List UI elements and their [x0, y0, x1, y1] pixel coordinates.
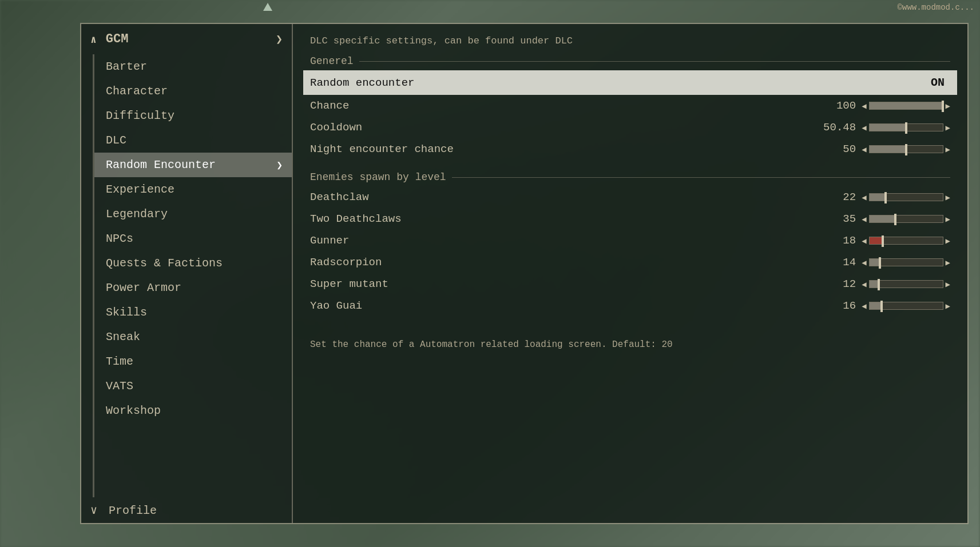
slider-container[interactable]: ◀▶	[862, 280, 950, 289]
setting-value: 14	[827, 256, 856, 269]
sidebar-item-npcs[interactable]: NPCs	[94, 226, 292, 251]
slider-container[interactable]: ◀▶	[862, 214, 950, 224]
sidebar-item-skills[interactable]: Skills	[94, 300, 292, 325]
sidebar-item-sneak[interactable]: Sneak	[94, 325, 292, 349]
slider-container[interactable]: ◀▶	[862, 123, 950, 133]
setting-row-two-deathclaws[interactable]: Two Deathclaws35◀▶	[310, 208, 950, 230]
sidebar-item-dlc[interactable]: DLC	[94, 128, 292, 153]
slider-thumb	[880, 301, 883, 312]
setting-label-text: Super mutant	[310, 278, 827, 290]
sidebar-item-label: Difficulty	[106, 109, 174, 122]
slider-container[interactable]: ◀▶	[862, 301, 950, 311]
slider-fill	[870, 124, 906, 131]
setting-row-gunner[interactable]: Gunner18◀▶	[310, 230, 950, 251]
slider-left-arrow-icon[interactable]: ◀	[862, 123, 866, 133]
slider-track[interactable]	[869, 102, 943, 110]
sidebar-item-label: Skills	[106, 306, 147, 319]
setting-label-text: Radscorpion	[310, 256, 827, 269]
sidebar-item-character[interactable]: Character	[94, 79, 292, 103]
slider-container[interactable]: ◀▶	[862, 193, 950, 202]
sidebar-item-label: Legendary	[106, 207, 168, 221]
setting-value: 16	[827, 300, 856, 312]
slider-thumb	[942, 101, 944, 112]
sidebar-item-vats[interactable]: VATS	[94, 374, 292, 398]
sidebar-item-power-armor[interactable]: Power Armor	[94, 276, 292, 300]
setting-row-cooldown[interactable]: Cooldown50.48◀▶	[310, 117, 950, 138]
slider-fill	[870, 281, 878, 288]
slider-container[interactable]: ◀▶	[862, 101, 950, 111]
dlc-notice: DLC specific settings, can be found unde…	[310, 35, 950, 46]
sidebar-item-label: Barter	[106, 60, 147, 73]
sidebar-item-label: Time	[106, 355, 133, 368]
sidebar-item-experience[interactable]: Experience	[94, 177, 292, 202]
slider-right-arrow-icon[interactable]: ▶	[946, 214, 950, 224]
slider-right-arrow-icon[interactable]: ▶	[946, 145, 950, 154]
slider-track[interactable]	[869, 123, 943, 131]
sidebar-item-difficulty[interactable]: Difficulty	[94, 103, 292, 128]
slider-thumb	[905, 122, 907, 134]
setting-row-deathclaw[interactable]: Deathclaw22◀▶	[310, 186, 950, 208]
slider-track[interactable]	[869, 145, 943, 153]
slider-left-arrow-icon[interactable]: ◀	[862, 301, 866, 311]
slider-container[interactable]: ◀▶	[862, 258, 950, 267]
setting-row-night-encounter-chance[interactable]: Night encounter chance50◀▶	[310, 138, 950, 160]
setting-row-yao-guai[interactable]: Yao Guai16◀▶	[310, 295, 950, 317]
setting-value: ON	[916, 76, 945, 89]
setting-value: 100	[827, 99, 856, 112]
slider-left-arrow-icon[interactable]: ◀	[862, 145, 866, 154]
slider-left-arrow-icon[interactable]: ◀	[862, 193, 866, 202]
setting-value: 12	[827, 278, 856, 290]
slider-fill	[870, 215, 895, 222]
slider-left-arrow-icon[interactable]: ◀	[862, 258, 866, 267]
sidebar-item-legendary[interactable]: Legendary	[94, 202, 292, 226]
sidebar-footer-profile[interactable]: ∨ Profile	[81, 497, 292, 523]
sidebar-item-label: NPCs	[106, 232, 133, 245]
setting-row-radscorpion[interactable]: Radscorpion14◀▶	[310, 251, 950, 273]
slider-container[interactable]: ◀▶	[862, 145, 950, 154]
slider-track[interactable]	[869, 193, 943, 201]
sidebar-item-barter[interactable]: Barter	[94, 54, 292, 79]
sidebar: ∧ GCM ❯ BarterCharacterDifficultyDLCRand…	[81, 24, 293, 523]
sidebar-item-workshop[interactable]: Workshop	[94, 398, 292, 423]
slider-thumb	[879, 257, 881, 269]
mouse-cursor	[263, 3, 272, 11]
slider-left-arrow-icon[interactable]: ◀	[862, 101, 866, 111]
slider-track[interactable]	[869, 215, 943, 223]
sidebar-item-random-encounter[interactable]: Random Encounter❯	[94, 153, 292, 177]
sidebar-item-label: Character	[106, 85, 168, 98]
slider-track[interactable]	[869, 258, 943, 266]
slider-right-arrow-icon[interactable]: ▶	[946, 101, 950, 111]
slider-track[interactable]	[869, 280, 943, 288]
sidebar-item-quests--factions[interactable]: Quests & Factions	[94, 251, 292, 276]
scroll-up-arrow[interactable]: ∧	[90, 33, 97, 46]
sidebar-item-label: Workshop	[106, 404, 161, 417]
sections-container: GenerelRandom encounterONChance100◀▶Cool…	[310, 55, 950, 328]
slider-thumb	[894, 214, 896, 225]
setting-row-random-encounter[interactable]: Random encounterON	[303, 70, 957, 95]
slider-left-arrow-icon[interactable]: ◀	[862, 236, 866, 246]
scroll-down-arrow: ∨	[90, 504, 97, 517]
section-header-1: Enemies spawn by level	[310, 171, 950, 183]
sidebar-items-list: BarterCharacterDifficultyDLCRandom Encou…	[93, 54, 292, 497]
slider-fill	[870, 194, 886, 201]
setting-row-super-mutant[interactable]: Super mutant12◀▶	[310, 273, 950, 295]
slider-track[interactable]	[869, 237, 943, 245]
slider-track[interactable]	[869, 302, 943, 310]
setting-label-text: Gunner	[310, 234, 827, 247]
slider-right-arrow-icon[interactable]: ▶	[946, 193, 950, 202]
slider-right-arrow-icon[interactable]: ▶	[946, 280, 950, 289]
sidebar-item-time[interactable]: Time	[94, 349, 292, 374]
slider-right-arrow-icon[interactable]: ▶	[946, 123, 950, 133]
active-arrow-icon: ❯	[276, 159, 283, 171]
footer-description: Set the chance of a Automatron related l…	[310, 340, 950, 350]
slider-thumb	[882, 235, 884, 247]
slider-left-arrow-icon[interactable]: ◀	[862, 280, 866, 289]
setting-row-chance[interactable]: Chance100◀▶	[310, 95, 950, 117]
slider-left-arrow-icon[interactable]: ◀	[862, 214, 866, 224]
slider-right-arrow-icon[interactable]: ▶	[946, 258, 950, 267]
slider-right-arrow-icon[interactable]: ▶	[946, 236, 950, 246]
slider-right-arrow-icon[interactable]: ▶	[946, 301, 950, 311]
slider-container[interactable]: ◀▶	[862, 236, 950, 246]
setting-label-text: Two Deathclaws	[310, 213, 827, 225]
slider-fill	[870, 302, 881, 309]
